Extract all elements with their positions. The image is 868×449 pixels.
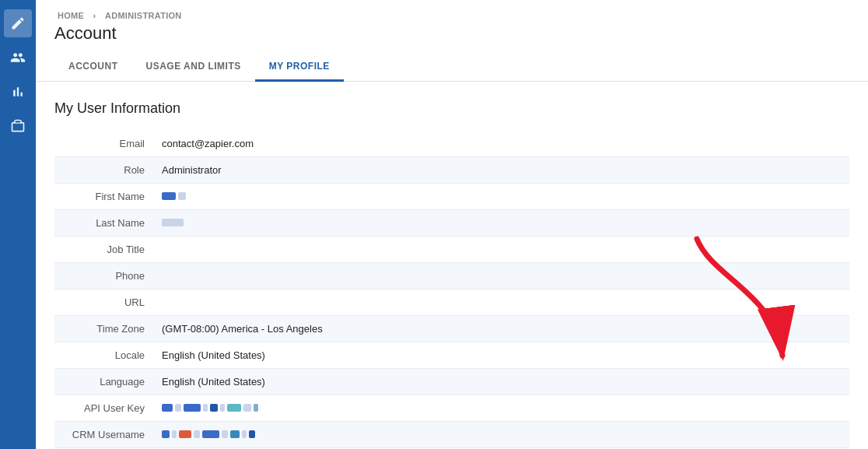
field-value-locale: English (United States) bbox=[156, 342, 849, 369]
tabs-bar: ACCOUNT USAGE AND LIMITS MY PROFILE bbox=[54, 53, 849, 81]
table-row: Language English (United States) bbox=[54, 369, 849, 395]
field-value-lastname bbox=[156, 210, 849, 237]
page-title: Account bbox=[54, 23, 849, 44]
users-icon[interactable] bbox=[4, 44, 32, 72]
field-label-email: Email bbox=[54, 131, 156, 157]
field-value-role: Administrator bbox=[156, 157, 849, 184]
table-row: URL bbox=[54, 289, 849, 316]
redacted-crm bbox=[162, 430, 255, 438]
table-row: Role Administrator bbox=[54, 157, 849, 184]
field-label-crm: CRM Username bbox=[54, 422, 156, 448]
field-value-language: English (United States) bbox=[156, 369, 849, 395]
breadcrumb-section[interactable]: ADMINISTRATION bbox=[105, 11, 182, 20]
user-info-table: Email contact@zapier.com Role Administra… bbox=[54, 131, 849, 448]
field-value-apikey bbox=[156, 395, 849, 422]
field-value-url bbox=[156, 289, 849, 316]
table-row: First Name bbox=[54, 184, 849, 210]
redacted-lastname bbox=[162, 219, 184, 226]
header: HOME › ADMINISTRATION Account ACCOUNT US… bbox=[36, 0, 868, 82]
field-value-timezone: (GMT-08:00) America - Los Angeles bbox=[156, 316, 849, 342]
pencil-icon[interactable] bbox=[4, 9, 32, 37]
table-row: Job Title bbox=[54, 237, 849, 263]
field-label-locale: Locale bbox=[54, 342, 156, 369]
table-row: Locale English (United States) bbox=[54, 342, 849, 369]
field-label-lastname: Last Name bbox=[54, 210, 156, 237]
table-row: Time Zone (GMT-08:00) America - Los Ange… bbox=[54, 316, 849, 342]
table-row: CRM Username bbox=[54, 422, 849, 448]
field-value-firstname bbox=[156, 184, 849, 210]
field-label-language: Language bbox=[54, 369, 156, 395]
field-label-jobtitle: Job Title bbox=[54, 237, 156, 263]
field-value-jobtitle bbox=[156, 237, 849, 263]
field-value-phone bbox=[156, 263, 849, 289]
table-row: Last Name bbox=[54, 210, 849, 237]
field-value-email: contact@zapier.com bbox=[156, 131, 849, 157]
field-label-firstname: First Name bbox=[54, 184, 156, 210]
main-content: HOME › ADMINISTRATION Account ACCOUNT US… bbox=[36, 0, 868, 449]
redacted-apikey bbox=[162, 404, 258, 412]
sidebar bbox=[0, 0, 36, 449]
table-row: Email contact@zapier.com bbox=[54, 131, 849, 157]
tab-account[interactable]: ACCOUNT bbox=[54, 53, 132, 82]
breadcrumb-separator: › bbox=[93, 11, 96, 20]
field-label-phone: Phone bbox=[54, 263, 156, 289]
redacted-firstname bbox=[162, 192, 186, 200]
field-value-crm bbox=[156, 422, 849, 448]
table-row: Phone bbox=[54, 263, 849, 289]
field-label-url: URL bbox=[54, 289, 156, 316]
main-wrapper: HOME › ADMINISTRATION Account ACCOUNT US… bbox=[36, 0, 868, 449]
breadcrumb: HOME › ADMINISTRATION bbox=[54, 11, 849, 20]
chart-icon[interactable] bbox=[4, 78, 32, 106]
field-label-role: Role bbox=[54, 157, 156, 184]
field-label-timezone: Time Zone bbox=[54, 316, 156, 342]
content-area: My User Information Email contact@zapier… bbox=[36, 82, 868, 449]
table-row: API User Key bbox=[54, 395, 849, 422]
field-label-apikey: API User Key bbox=[54, 395, 156, 422]
briefcase-icon[interactable] bbox=[4, 112, 32, 140]
tab-my-profile[interactable]: MY PROFILE bbox=[255, 53, 344, 82]
section-title: My User Information bbox=[54, 100, 849, 117]
tab-usage-limits[interactable]: USAGE AND LIMITS bbox=[132, 53, 255, 82]
breadcrumb-home[interactable]: HOME bbox=[58, 11, 84, 20]
